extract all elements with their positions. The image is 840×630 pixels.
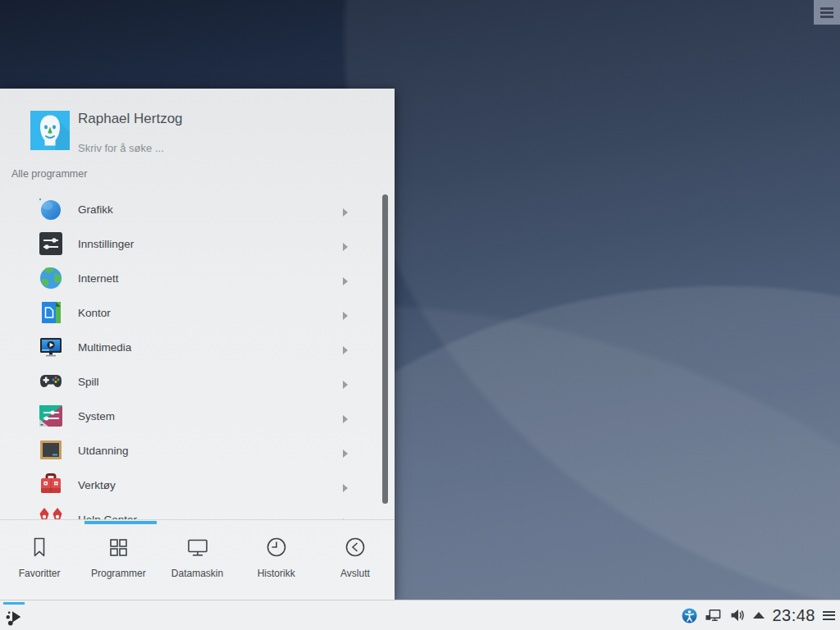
tab-favoritter[interactable]: Favoritter (0, 524, 79, 600)
user-name: Raphael Hertzog (78, 111, 183, 127)
menu-item-utdanning[interactable]: Utdanning (0, 433, 395, 468)
tab-bar-divider (0, 519, 395, 520)
chevron-right-icon (342, 481, 349, 489)
kickoff-tab-bar: Favoritter Programmer Datamaskin (0, 524, 395, 600)
help-center-icon (38, 506, 64, 519)
leave-icon (342, 534, 368, 560)
menu-item-innstillinger[interactable]: Innstillinger (0, 226, 395, 261)
history-clock-icon (263, 534, 290, 560)
menu-item-multimedia[interactable]: Multimedia (0, 330, 395, 364)
system-sliders-icon (38, 403, 64, 429)
chevron-right-icon (342, 205, 349, 213)
computer-icon (185, 534, 211, 560)
scrollbar[interactable] (382, 194, 388, 504)
blackboard-icon (38, 437, 64, 463)
chevron-right-icon (342, 308, 349, 317)
chevron-right-icon (342, 412, 349, 420)
chevron-right-icon (342, 343, 349, 351)
menu-item-internett[interactable]: Internett (0, 261, 395, 295)
kickoff-launcher-menu: Raphael Hertzog Skriv for å søke ... All… (0, 89, 395, 600)
overflow-menu-icon[interactable] (823, 609, 835, 622)
gamepad-icon (38, 368, 64, 395)
breadcrumb-all-programs: Alle programmer (11, 168, 87, 180)
hamburger-menu-icon (820, 6, 833, 20)
desktop-toolbox-button[interactable] (814, 0, 840, 25)
search-input[interactable]: Skriv for å søke ... (78, 142, 164, 154)
menu-item-spill[interactable]: Spill (0, 364, 395, 399)
chevron-right-icon (342, 446, 349, 454)
expand-up-icon[interactable] (753, 612, 765, 619)
app-launcher-button[interactable] (3, 600, 26, 630)
office-document-icon (38, 299, 64, 326)
user-avatar[interactable] (30, 111, 70, 150)
applications-grid-icon (105, 534, 131, 560)
taskbar-panel: 23:48 (0, 600, 840, 630)
tab-historikk[interactable]: Historikk (237, 524, 316, 600)
tab-programmer[interactable]: Programmer (79, 524, 158, 600)
chevron-right-icon (342, 240, 349, 248)
digital-clock[interactable]: 23:48 (772, 606, 815, 625)
menu-item-grafikk[interactable]: Grafikk (0, 192, 395, 226)
screen: Raphael Hertzog Skriv for å søke ... All… (0, 0, 840, 630)
bookmark-icon (26, 534, 52, 560)
graphics-sphere-icon (38, 196, 64, 222)
globe-icon (38, 265, 64, 291)
volume-icon[interactable] (729, 607, 746, 623)
menu-item-verktoy[interactable]: Verktøy (0, 468, 395, 502)
menu-item-kontor[interactable]: Kontor (0, 295, 395, 330)
system-tray: 23:48 (682, 600, 835, 630)
accessibility-icon[interactable] (682, 608, 697, 623)
media-player-icon (38, 334, 64, 360)
tab-avslutt[interactable]: Avslutt (316, 524, 395, 600)
tab-datamaskin[interactable]: Datamaskin (158, 524, 236, 600)
category-list: Grafikk Innstillinger I (0, 192, 395, 519)
chevron-right-icon (342, 274, 349, 282)
launcher-active-indicator (3, 602, 25, 605)
settings-sliders-icon (38, 231, 64, 257)
network-icon[interactable] (705, 608, 722, 623)
menu-item-system[interactable]: System (0, 399, 395, 433)
toolbox-icon (38, 472, 64, 498)
app-launcher-icon (4, 606, 25, 630)
menu-item-help-center[interactable]: Help Center (0, 502, 395, 519)
chevron-right-icon (342, 377, 349, 386)
